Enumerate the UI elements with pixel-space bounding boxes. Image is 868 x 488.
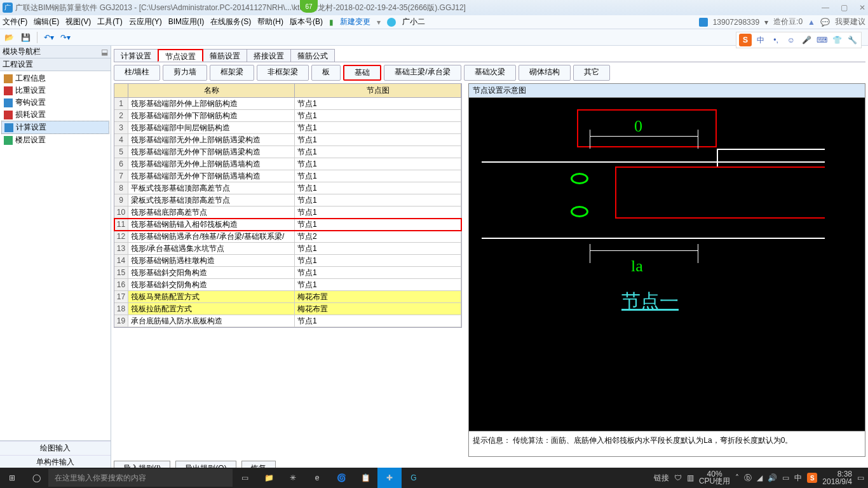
table-row[interactable]: 6筏形基础端部无外伸上部钢筋遇墙构造节点1	[114, 158, 461, 170]
feedback-link[interactable]: 我要建议	[835, 17, 865, 27]
menu-online[interactable]: 在线服务(S)	[210, 17, 251, 27]
table-row[interactable]: 17筏板马凳筋配置方式梅花布置	[114, 291, 461, 303]
table-row[interactable]: 10筏形基础底部高差节点节点1	[114, 207, 461, 219]
table-row[interactable]: 2筏形基础端部外伸下部钢筋构造节点1	[114, 110, 461, 122]
table-row[interactable]: 13筏形/承台基础遇集水坑节点节点1	[114, 243, 461, 255]
tray-bt-icon[interactable]: ⓑ	[744, 473, 752, 484]
menu-file[interactable]: 文件(F)	[3, 17, 27, 27]
table-row[interactable]: 19承台底筋锚入防水底板构造节点1	[114, 315, 461, 327]
menu-edit[interactable]: 编辑(E)	[34, 17, 59, 27]
cell-node[interactable]: 节点1	[295, 194, 461, 206]
tray-vol-icon[interactable]: 🔊	[768, 473, 777, 482]
tree-item-1[interactable]: 比重设置	[1, 85, 109, 97]
app-g-icon[interactable]: G	[402, 468, 426, 488]
user-small[interactable]: 广小二	[402, 17, 425, 27]
sogou-icon[interactable]: S	[739, 34, 752, 46]
new-change-link[interactable]: 新建变更	[340, 17, 370, 27]
taskview-icon[interactable]: ▭	[233, 468, 257, 488]
cell-node[interactable]: 节点1	[295, 255, 461, 266]
cell-node[interactable]: 节点1	[295, 279, 461, 290]
tab1-1[interactable]: 节点设置	[158, 49, 203, 62]
ime-lang[interactable]: 中	[754, 34, 767, 46]
table-row[interactable]: 14筏形基础钢筋遇柱墩构造节点1	[114, 255, 461, 267]
minimize-button[interactable]: —	[822, 3, 829, 12]
app-office-icon[interactable]: 📋	[353, 468, 377, 488]
start-button[interactable]: ⊞	[0, 468, 24, 488]
menu-bim[interactable]: BIM应用(I)	[168, 17, 205, 27]
cpu-meter[interactable]: 40%CPU使用	[699, 471, 730, 485]
maximize-button[interactable]: ▢	[841, 3, 848, 12]
cell-node[interactable]: 节点1	[295, 134, 461, 146]
nav-pin-icon[interactable]: ⬓	[101, 48, 108, 57]
tab2-3[interactable]: 非框架梁	[257, 65, 309, 81]
table-row[interactable]: 5筏形基础端部无外伸下部钢筋遇梁构造节点1	[114, 146, 461, 158]
tree-item-3[interactable]: 损耗设置	[1, 109, 109, 121]
tray-batt-icon[interactable]: ▭	[782, 473, 789, 482]
tab2-1[interactable]: 剪力墙	[163, 65, 207, 81]
tray-wifi-icon[interactable]: ◢	[757, 473, 763, 482]
table-row[interactable]: 15筏形基础斜交阳角构造节点1	[114, 267, 461, 279]
open-icon[interactable]: 📂	[3, 31, 15, 44]
app-edge-icon[interactable]: e	[305, 468, 329, 488]
tree-item-4[interactable]: 计算设置	[1, 121, 109, 134]
menu-cloud[interactable]: 云应用(Y)	[129, 17, 162, 27]
menu-tools[interactable]: 工具(T)	[97, 17, 122, 27]
bell-icon[interactable]: ▲	[808, 18, 815, 27]
menu-view[interactable]: 视图(V)	[65, 17, 91, 27]
table-row[interactable]: 18筏板拉筋配置方式梅花布置	[114, 303, 461, 315]
cell-node[interactable]: 节点1	[295, 170, 461, 182]
tray-shield-icon[interactable]: 🛡	[674, 473, 682, 482]
tab2-2[interactable]: 框架梁	[210, 65, 254, 81]
tab2-5[interactable]: 基础	[343, 65, 381, 81]
tray-link[interactable]: 链接	[654, 473, 669, 484]
cell-node[interactable]: 节点1	[295, 146, 461, 158]
redo-icon[interactable]: ↷▾	[59, 31, 72, 44]
avatar-small[interactable]	[387, 18, 396, 27]
tray-gpu-icon[interactable]: ▥	[687, 473, 694, 482]
tray-notif-icon[interactable]: ▭	[857, 473, 864, 482]
ime-emoji-icon[interactable]: ☺	[785, 34, 797, 46]
ime-toolbar[interactable]: S 中 •, ☺ 🎤 ⌨ 👕 🔧	[736, 32, 862, 48]
cell-node[interactable]: 节点1	[295, 98, 461, 109]
cell-node[interactable]: 梅花布置	[295, 291, 461, 302]
tray-sogou-icon[interactable]: S	[807, 473, 817, 483]
app-folder-icon[interactable]: 📁	[257, 468, 281, 488]
left-btn-single[interactable]: 单构件输入	[0, 455, 111, 469]
account-icon[interactable]	[699, 18, 708, 27]
cell-node[interactable]: 节点1	[295, 315, 461, 327]
tab2-0[interactable]: 柱/墙柱	[114, 65, 160, 81]
ime-skin-icon[interactable]: 👕	[831, 34, 843, 46]
table-row[interactable]: 8平板式筏形基础顶部高差节点节点1	[114, 182, 461, 194]
tab2-8[interactable]: 砌体结构	[519, 65, 571, 81]
tray-clock[interactable]: 8:382018/9/4	[822, 470, 852, 485]
feedback-icon[interactable]: 💬	[820, 18, 830, 27]
ime-tool-icon[interactable]: 🔧	[846, 34, 858, 46]
cortana-icon[interactable]: ◯	[24, 468, 48, 488]
tab1-4[interactable]: 箍筋公式	[290, 49, 335, 62]
tree-item-2[interactable]: 弯钩设置	[1, 97, 109, 109]
ime-keyboard-icon[interactable]: ⌨	[815, 34, 828, 46]
app-swirl-icon[interactable]: 🌀	[329, 468, 353, 488]
ime-punct-icon[interactable]: •,	[770, 34, 782, 46]
table-row[interactable]: 11筏形基础钢筋锚入相邻筏板构造节点1	[114, 219, 461, 231]
table-row[interactable]: 3筏形基础端部中间层钢筋构造节点1	[114, 122, 461, 134]
app-fan-icon[interactable]: ✳	[281, 468, 305, 488]
close-button[interactable]: ✕	[859, 3, 865, 12]
search-input[interactable]: 在这里输入你要搜索的内容	[48, 469, 233, 487]
cell-node[interactable]: 节点1	[295, 110, 461, 121]
cell-node[interactable]: 节点1	[295, 219, 461, 230]
tab2-6[interactable]: 基础主梁/承台梁	[384, 65, 461, 81]
table-row[interactable]: 4筏形基础端部无外伸上部钢筋遇梁构造节点1	[114, 134, 461, 146]
cell-node[interactable]: 节点1	[295, 182, 461, 194]
menu-version[interactable]: 版本号(B)	[290, 17, 323, 27]
cell-node[interactable]: 节点1	[295, 122, 461, 133]
table-row[interactable]: 9梁板式筏形基础顶部高差节点节点1	[114, 194, 461, 207]
table-row[interactable]: 16筏形基础斜交阴角构造节点1	[114, 279, 461, 291]
cell-node[interactable]: 节点1	[295, 267, 461, 278]
tab2-9[interactable]: 其它	[573, 65, 610, 81]
tab2-4[interactable]: 板	[311, 65, 341, 81]
menu-help[interactable]: 帮助(H)	[257, 17, 283, 27]
left-btn-draw[interactable]: 绘图输入	[0, 441, 111, 455]
save-icon[interactable]: 💾	[19, 31, 32, 44]
tab1-2[interactable]: 箍筋设置	[203, 49, 247, 62]
